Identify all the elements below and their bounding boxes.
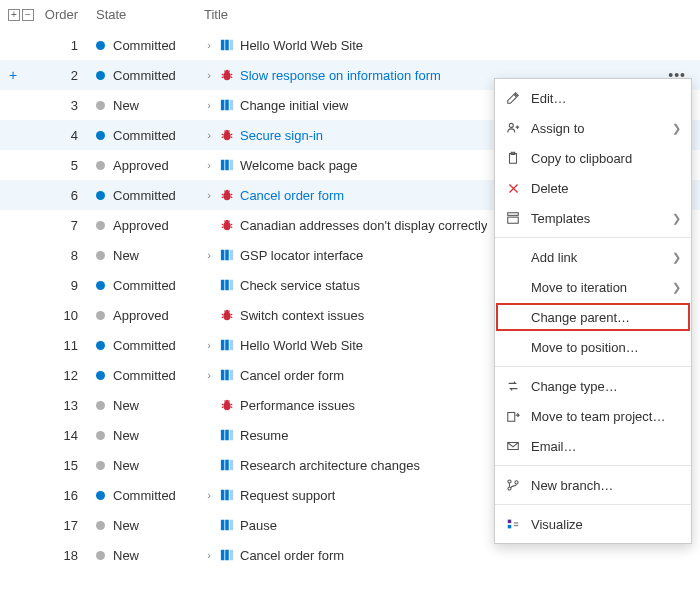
work-item-title[interactable]: Performance issues	[240, 398, 355, 413]
svg-point-57	[515, 481, 518, 484]
order-cell: 10	[44, 308, 96, 323]
state-dot-icon	[96, 401, 105, 410]
menu-add-link[interactable]: Add link ❯	[495, 242, 691, 272]
chevron-right-icon[interactable]: ›	[204, 369, 214, 381]
chevron-right-icon[interactable]: ›	[204, 99, 214, 111]
state-dot-icon	[96, 431, 105, 440]
svg-point-16	[225, 220, 229, 224]
svg-rect-30	[230, 370, 234, 381]
work-item-title[interactable]: Slow response on information form	[240, 68, 441, 83]
work-item-title[interactable]: Cancel order form	[240, 188, 344, 203]
state-cell: Committed	[96, 188, 204, 203]
work-item-title[interactable]: Resume	[240, 428, 288, 443]
state-cell: Committed	[96, 368, 204, 383]
collapse-all-icon[interactable]: −	[22, 9, 34, 21]
menu-edit[interactable]: Edit…	[495, 83, 691, 113]
menu-templates[interactable]: Templates ❯	[495, 203, 691, 233]
work-item-title[interactable]: Secure sign-in	[240, 128, 323, 143]
table-row[interactable]: 18New›Cancel order form•••	[0, 540, 700, 570]
menu-delete[interactable]: Delete	[495, 173, 691, 203]
add-item-icon[interactable]: +	[0, 67, 44, 83]
menu-move-project[interactable]: Move to team project…	[495, 401, 691, 431]
work-item-title[interactable]: Change initial view	[240, 98, 348, 113]
chevron-right-icon[interactable]: ›	[204, 129, 214, 141]
state-dot-icon	[96, 491, 105, 500]
backlog-item-icon	[220, 518, 234, 532]
state-cell: Committed	[96, 38, 204, 53]
work-item-title[interactable]: Canadian addresses don't display correct…	[240, 218, 487, 233]
bug-icon	[220, 68, 234, 82]
mail-icon	[505, 439, 521, 453]
work-item-title[interactable]: Hello World Web Site	[240, 338, 363, 353]
menu-copy[interactable]: Copy to clipboard	[495, 143, 691, 173]
svg-rect-22	[230, 280, 234, 291]
backlog-item-icon	[220, 428, 234, 442]
pencil-icon	[505, 91, 521, 105]
title-cell: ›Hello World Web Site•••	[204, 37, 700, 53]
work-item-title[interactable]: Cancel order form	[240, 548, 344, 563]
state-dot-icon	[96, 131, 105, 140]
work-item-title[interactable]: Check service status	[240, 278, 360, 293]
work-item-title[interactable]: GSP locator interface	[240, 248, 363, 263]
table-row[interactable]: 1Committed›Hello World Web Site•••	[0, 30, 700, 60]
chevron-right-icon[interactable]: ›	[204, 339, 214, 351]
svg-point-9	[225, 130, 229, 134]
work-item-title[interactable]: Cancel order form	[240, 368, 344, 383]
col-header-state[interactable]: State	[96, 7, 204, 22]
svg-point-56	[508, 487, 511, 490]
state-dot-icon	[96, 461, 105, 470]
menu-new-branch[interactable]: New branch…	[495, 470, 691, 500]
order-cell: 17	[44, 518, 96, 533]
delete-icon	[505, 182, 521, 195]
menu-move-position[interactable]: Move to position…	[495, 332, 691, 362]
chevron-right-icon[interactable]: ›	[204, 249, 214, 261]
svg-rect-40	[225, 490, 229, 501]
branch-icon	[505, 478, 521, 492]
svg-rect-7	[230, 100, 234, 111]
order-cell: 6	[44, 188, 96, 203]
menu-assign-to[interactable]: Assign to ❯	[495, 113, 691, 143]
backlog-item-icon	[220, 338, 234, 352]
work-item-title[interactable]: Hello World Web Site	[240, 38, 363, 53]
chevron-right-icon[interactable]: ›	[204, 39, 214, 51]
menu-separator	[495, 504, 691, 505]
chevron-right-icon[interactable]: ›	[204, 489, 214, 501]
templates-icon	[505, 211, 521, 225]
menu-change-parent[interactable]: Change parent…	[495, 302, 691, 332]
backlog-item-icon	[220, 158, 234, 172]
chevron-right-icon[interactable]: ›	[204, 159, 214, 171]
chevron-right-icon[interactable]: ›	[204, 189, 214, 201]
col-header-order[interactable]: Order	[44, 7, 96, 22]
work-item-title[interactable]: Request support	[240, 488, 335, 503]
svg-rect-0	[221, 40, 225, 51]
work-item-title[interactable]: Research architecture changes	[240, 458, 420, 473]
menu-move-iteration[interactable]: Move to iteration ❯	[495, 272, 691, 302]
backlog-item-icon	[220, 38, 234, 52]
state-dot-icon	[96, 551, 105, 560]
svg-rect-37	[225, 460, 229, 471]
menu-email[interactable]: Email…	[495, 431, 691, 461]
svg-rect-12	[230, 160, 234, 171]
clipboard-icon	[505, 151, 521, 165]
menu-change-type[interactable]: Change type…	[495, 371, 691, 401]
bug-icon	[220, 308, 234, 322]
work-item-title[interactable]: Pause	[240, 518, 277, 533]
work-item-title[interactable]: Switch context issues	[240, 308, 364, 323]
svg-rect-11	[225, 160, 229, 171]
col-header-title[interactable]: Title	[204, 7, 700, 22]
chevron-right-icon[interactable]: ›	[204, 69, 214, 81]
state-cell: New	[96, 428, 204, 443]
svg-rect-49	[510, 154, 517, 164]
work-item-title[interactable]: Welcome back page	[240, 158, 358, 173]
state-dot-icon	[96, 41, 105, 50]
svg-rect-61	[514, 525, 518, 526]
menu-separator	[495, 237, 691, 238]
state-dot-icon	[96, 311, 105, 320]
svg-rect-39	[221, 490, 225, 501]
chevron-right-icon[interactable]: ›	[204, 549, 214, 561]
state-cell: New	[96, 518, 204, 533]
svg-rect-5	[221, 100, 225, 111]
state-dot-icon	[96, 371, 105, 380]
expand-all-icon[interactable]: +	[8, 9, 20, 21]
menu-visualize[interactable]: Visualize	[495, 509, 691, 539]
